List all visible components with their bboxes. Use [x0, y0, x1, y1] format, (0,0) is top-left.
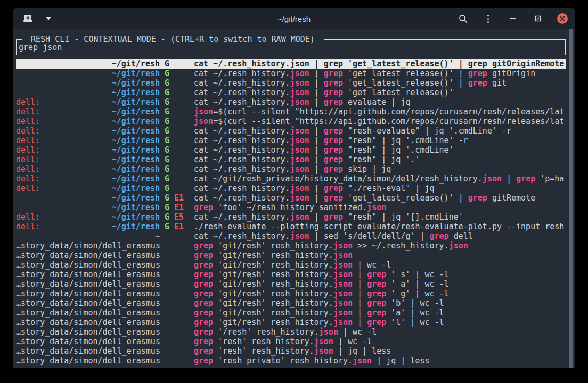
command-text: cat ~/.resh_history.json | grep 'get_lat…	[194, 88, 566, 97]
history-row[interactable]: …story_data/simon/dell_erasmusgrep 'git/…	[16, 260, 566, 270]
command-text: grep 'git/resh' resh_history.json | grep…	[194, 308, 566, 318]
flags-label: G	[160, 59, 194, 69]
command-text: ./resh-evaluate --plotting-script evalua…	[194, 222, 566, 231]
history-row[interactable]: …story_data/simon/dell_erasmusgrep 'git/…	[16, 318, 566, 327]
close-icon[interactable]	[557, 13, 568, 24]
directory-label: ~/git/resh	[112, 174, 160, 184]
history-row[interactable]: dell:~/git/reshGjson=$(curl --silent "ht…	[16, 107, 566, 116]
command-text: cat ~/.resh_history.json | grep "resh" |…	[194, 212, 566, 222]
history-row[interactable]: dell:~/git/reshGcat ~/.resh_history.json…	[16, 136, 566, 145]
history-row[interactable]: …story_data/simon/dell_erasmusgrep 'resh…	[16, 337, 566, 346]
history-row[interactable]: ~/git/reshG E1grep 'foo' ~/resh_history_…	[16, 203, 566, 212]
command-text: cat ~/git/resh_private/history_data/simo…	[194, 174, 566, 184]
history-row[interactable]: dell:~/git/reshGcat ~/.resh_history.json…	[16, 97, 566, 107]
history-row[interactable]: …story_data/simon/dell_erasmusgrep 'git/…	[16, 241, 566, 251]
history-row[interactable]: …story_data/simon/dell_erasmusgrep 'resh…	[16, 346, 566, 356]
flags-label	[160, 231, 194, 241]
directory-label: …story_data/simon/dell_erasmus	[16, 298, 160, 308]
flags-label	[160, 318, 194, 327]
history-row[interactable]: ~/git/reshG E1cat ~/.resh_history.json |…	[16, 193, 566, 203]
history-row[interactable]: …story_data/simon/dell_erasmusgrep 'git/…	[16, 308, 566, 318]
directory-label: ~/git/resh	[112, 126, 160, 136]
flags-label: G	[160, 126, 194, 136]
directory-label: ~/git/resh	[112, 155, 160, 164]
command-text: cat ~/.resh_history.json | grep "./resh-…	[194, 184, 566, 193]
directory-label: …story_data/simon/dell_erasmus	[16, 327, 160, 337]
command-text: cat ~/.resh_history.json | sed 's/dell/d…	[194, 231, 566, 241]
history-row[interactable]: dell:~/git/reshGcat ~/.resh_history.json…	[16, 145, 566, 155]
command-text: cat ~/.resh_history.json | grep 'get_lat…	[194, 69, 566, 78]
command-text: cat ~/.resh_history.json | grep "resh" |…	[194, 136, 566, 145]
minimize-icon[interactable]	[507, 13, 519, 24]
host-label: dell:	[16, 174, 40, 184]
host-label: dell:	[16, 155, 40, 164]
history-row[interactable]: dell:~/git/reshGcat ~/.resh_history.json…	[16, 126, 566, 136]
flags-label: G E1	[160, 203, 194, 212]
history-row[interactable]: dell:~/git/reshGcat ~/.resh_history.json…	[16, 164, 566, 174]
directory-label: ~/git/resh	[112, 212, 160, 222]
directory-label: …story_data/simon/dell_erasmus	[16, 289, 160, 298]
history-row[interactable]: dell:~/git/reshGcat ~/.resh_history.json…	[16, 155, 566, 164]
directory-label: …story_data/simon/dell_erasmus	[16, 260, 160, 270]
scrollbar[interactable]	[569, 29, 573, 368]
flags-label	[160, 346, 194, 356]
directory-label: ~/git/resh	[112, 88, 160, 97]
host-label: dell:	[16, 126, 40, 136]
directory-label: ~/git/resh	[112, 193, 160, 203]
history-row[interactable]: ~/git/reshGcat ~/.resh_history.json | gr…	[16, 59, 566, 69]
history-row[interactable]: ~/git/reshGcat ~/.resh_history.json | gr…	[16, 69, 566, 78]
titlebar: ~/git/resh	[13, 8, 575, 29]
command-text: cat ~/.resh_history.json | grep "resh" |…	[194, 155, 566, 164]
directory-label: ~/git/resh	[112, 59, 160, 69]
command-text: grep 'git/resh' resh_history.json | grep…	[194, 298, 566, 308]
host-label: dell:	[16, 107, 40, 116]
command-text: grep 'git/resh' resh_history.json | grep…	[194, 270, 566, 279]
history-row[interactable]: …story_data/simon/dell_erasmusgrep 'git/…	[16, 270, 566, 279]
host-label: dell:	[16, 184, 40, 193]
history-row[interactable]: ~/git/reshGcat ~/.resh_history.json | gr…	[16, 78, 566, 88]
history-row[interactable]: dell:~/git/reshG E5cat ~/.resh_history.j…	[16, 212, 566, 222]
command-text: json=$(curl --silent "https://api.github…	[194, 116, 566, 126]
directory-label: ~	[155, 231, 160, 241]
menu-kebab-icon[interactable]	[482, 13, 494, 24]
directory-label: ~/git/resh	[112, 69, 160, 78]
history-row[interactable]: dell:~/git/reshG E1./resh-evaluate --plo…	[16, 222, 566, 231]
history-row[interactable]: dell:~/git/reshGcat ~/.resh_history.json…	[16, 184, 566, 193]
command-text: grep 'git/resh' resh_history.json | grep…	[194, 289, 566, 298]
command-text: grep 'git/resh' resh_history.json | grep…	[194, 279, 566, 289]
search-query-input[interactable]: grep json	[19, 41, 563, 53]
flags-label: G	[160, 88, 194, 97]
history-list: ~/git/reshGcat ~/.resh_history.json | gr…	[16, 59, 566, 365]
flags-label: G	[160, 174, 194, 184]
restore-icon[interactable]	[532, 13, 544, 24]
search-icon[interactable]	[457, 13, 469, 24]
command-text: cat ~/.resh_history.json | grep 'get_lat…	[194, 78, 566, 88]
flags-label: G	[160, 155, 194, 164]
host-label: dell:	[16, 145, 40, 155]
flags-label: G	[160, 107, 194, 116]
flags-label	[160, 298, 194, 308]
flags-label: G	[160, 145, 194, 155]
flags-label	[160, 337, 194, 346]
history-row[interactable]: …story_data/simon/dell_erasmusgrep 'resh…	[16, 356, 566, 365]
command-text: cat ~/.resh_history.json | grep "resh-ev…	[194, 126, 566, 136]
directory-label: …story_data/simon/dell_erasmus	[16, 318, 160, 327]
history-row[interactable]: ~/git/reshGcat ~/.resh_history.json | gr…	[16, 88, 566, 97]
history-row[interactable]: …story_data/simon/dell_erasmusgrep 'git/…	[16, 289, 566, 298]
history-row[interactable]: …story_data/simon/dell_erasmusgrep 'git/…	[16, 298, 566, 308]
history-row[interactable]: ~cat ~/.resh_history.json | sed 's/dell/…	[16, 231, 566, 241]
flags-label: G E1	[160, 222, 194, 231]
directory-label: ~/git/resh	[112, 164, 160, 174]
history-row[interactable]: dell:~/git/reshGjson=$(curl --silent "ht…	[16, 116, 566, 126]
directory-label: …story_data/simon/dell_erasmus	[16, 337, 160, 346]
history-row[interactable]: …story_data/simon/dell_erasmusgrep 'git/…	[16, 251, 566, 260]
search-box: RESH CLI - CONTEXTUAL MODE - (CTRL+R to …	[16, 39, 566, 55]
directory-label: ~/git/resh	[112, 116, 160, 126]
host-label: dell:	[16, 97, 40, 107]
host-label: dell:	[16, 136, 40, 145]
command-text: grep 'git/resh' resh_history.json >> ~/.…	[194, 241, 566, 251]
terminal-content: RESH CLI - CONTEXTUAL MODE - (CTRL+R to …	[13, 29, 575, 368]
history-row[interactable]: dell:~/git/reshGcat ~/git/resh_private/h…	[16, 174, 566, 184]
history-row[interactable]: …story_data/simon/dell_erasmusgrep 'git/…	[16, 279, 566, 289]
history-row[interactable]: …story_data/simon/dell_erasmusgrep '/res…	[16, 327, 566, 337]
